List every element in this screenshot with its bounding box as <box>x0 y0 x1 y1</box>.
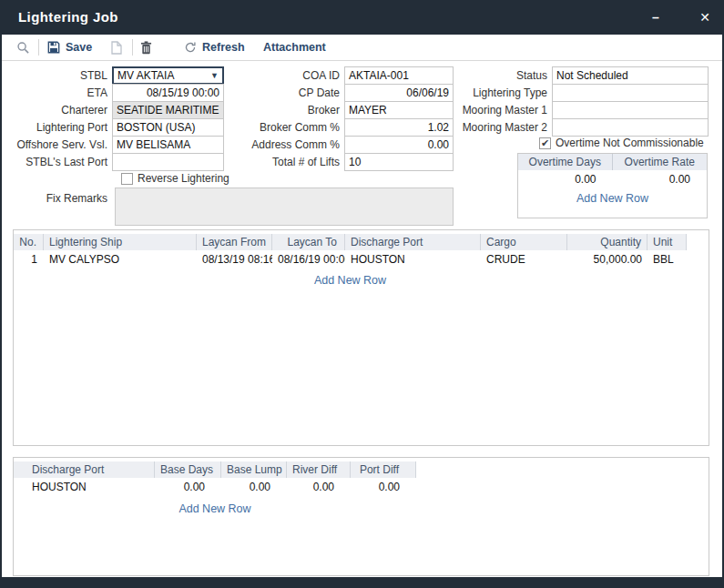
cp-date-label: CP Date <box>235 84 344 102</box>
col-header-discharge-port: Discharge Port <box>14 461 155 478</box>
status-field[interactable]: Not Scheduled <box>552 66 709 85</box>
lightering-type-field[interactable] <box>552 84 709 102</box>
window-title: Lightering Job <box>18 0 118 35</box>
window-bottom-border <box>0 577 724 588</box>
stbls-last-port-field[interactable] <box>112 153 224 171</box>
charterer-field[interactable]: SEATIDE MARITIME <box>112 101 224 119</box>
discharge-add-new-row-link[interactable]: Add New Row <box>178 502 250 515</box>
cell-base-lump[interactable]: 0.00 <box>221 481 287 493</box>
cp-date-field[interactable]: 06/06/19 <box>344 84 454 102</box>
broker-comm-label: Broker Comm % <box>235 118 344 137</box>
new-document-button[interactable] <box>111 35 122 60</box>
refresh-icon <box>184 41 197 54</box>
cell-quantity[interactable]: 50,000.00 <box>567 253 648 266</box>
col-header-lightering-ship: Lightering Ship <box>44 234 197 250</box>
chevron-down-icon: ▼ <box>210 71 219 80</box>
col-header-cargo: Cargo <box>481 234 567 250</box>
trash-icon <box>140 41 152 55</box>
coa-id-field[interactable]: AKTAIA-001 <box>344 66 454 85</box>
search-button[interactable] <box>16 35 30 60</box>
lifts-grid-header: No. Lightering Ship Laycan From Laycan T… <box>14 234 709 250</box>
delete-button[interactable] <box>140 35 152 60</box>
reverse-lightering-checkbox[interactable] <box>121 173 133 185</box>
cell-laycan-from[interactable]: 08/13/19 08:16 <box>197 253 272 266</box>
stbl-value: MV AKTAIA <box>117 69 174 82</box>
overtime-days-cell[interactable]: 0.00 <box>518 173 613 186</box>
cell-base-days[interactable]: 0.00 <box>155 481 221 493</box>
cell-no[interactable]: 1 <box>14 253 44 266</box>
lightering-port-field[interactable]: BOSTON (USA) <box>112 118 224 137</box>
overtime-add-new-row-link[interactable]: Add New Row <box>576 192 648 205</box>
col-header-laycan-from: Laycan From <box>197 234 272 250</box>
address-comm-field[interactable]: 0.00 <box>344 136 454 154</box>
lifts-table-row[interactable]: 1 MV CALYPSO 08/13/19 08:16 08/16/19 00:… <box>14 251 709 268</box>
col-header-unit: Unit <box>648 234 687 250</box>
discharge-table-row[interactable]: HOUSTON 0.00 0.00 0.00 0.00 <box>14 479 709 495</box>
mooring-master-2-label: Mooring Master 2 <box>461 118 552 137</box>
discharge-grid-panel: Discharge Port Base Days Base Lump River… <box>13 457 709 576</box>
cell-lightering-ship[interactable]: MV CALYPSO <box>44 253 197 266</box>
overtime-not-commissionable-label: Overtime Not Commissionable <box>556 137 704 149</box>
stbls-last-port-label: STBL's Last Port <box>9 153 112 171</box>
stbl-label: STBL <box>9 66 112 85</box>
col-header-discharge-port: Discharge Port <box>345 234 481 250</box>
overtime-rate-header: Overtime Rate <box>613 154 708 170</box>
close-button[interactable]: ✕ <box>691 0 719 35</box>
offshore-serv-vsl-field[interactable]: MV BELISAMA <box>112 136 224 154</box>
broker-comm-field[interactable]: 1.02 <box>344 118 454 137</box>
toolbar: Save Refresh Attachment <box>2 35 722 61</box>
attachment-button[interactable]: Attachment <box>263 35 326 60</box>
window-left-border <box>0 0 2 588</box>
cell-river-diff[interactable]: 0.00 <box>287 481 351 493</box>
status-label: Status <box>461 66 552 85</box>
overtime-table: Overtime Days Overtime Rate 0.00 0.00 Ad… <box>517 153 708 218</box>
overtime-not-commissionable-checkbox[interactable]: ✔ <box>539 137 551 149</box>
form-column-right: Status Not Scheduled Lightering Type Moo… <box>461 66 709 137</box>
save-button[interactable]: Save <box>47 35 92 60</box>
mooring-master-1-label: Mooring Master 1 <box>461 101 552 119</box>
cell-cargo[interactable]: CRUDE <box>481 253 567 266</box>
lightering-job-window: Lightering Job – ✕ Save Refresh Attachme… <box>0 0 724 588</box>
title-bar: Lightering Job – ✕ <box>0 0 724 35</box>
refresh-button[interactable]: Refresh <box>184 35 245 60</box>
attachment-label: Attachment <box>263 41 326 54</box>
eta-field[interactable]: 08/15/19 00:00 <box>112 84 224 102</box>
toolbar-separator <box>132 39 133 56</box>
mooring-master-2-field[interactable] <box>552 118 709 137</box>
total-lifts-label: Total # of Lifts <box>235 153 344 171</box>
fix-remarks-label: Fix Remarks <box>9 192 112 205</box>
overtime-days-header: Overtime Days <box>518 154 613 170</box>
col-header-no: No. <box>14 234 44 250</box>
offshore-serv-vsl-label: Offshore Serv. Vsl. <box>9 136 112 154</box>
charterer-label: Charterer <box>9 101 112 119</box>
broker-field[interactable]: MAYER <box>344 101 454 119</box>
lightering-port-label: Lightering Port <box>9 118 112 137</box>
refresh-label: Refresh <box>202 41 245 54</box>
fix-remarks-textarea[interactable] <box>115 188 454 226</box>
reverse-lightering-label: Reverse Lightering <box>138 172 229 185</box>
cell-discharge-port[interactable]: HOUSTON <box>14 481 155 493</box>
form-column-left: STBL MV AKTAIA ▼ ETA 08/15/19 00:00 Char… <box>9 66 224 171</box>
col-header-port-diff: Port Diff <box>351 461 416 478</box>
overtime-table-row[interactable]: 0.00 0.00 <box>518 170 707 188</box>
total-lifts-field[interactable]: 10 <box>344 153 454 171</box>
new-document-icon <box>111 41 122 55</box>
cell-unit[interactable]: BBL <box>648 253 687 266</box>
overtime-not-commissionable-row: ✔ Overtime Not Commissionable <box>539 137 704 149</box>
col-header-base-days: Base Days <box>155 461 221 478</box>
col-header-base-lump: Base Lump <box>221 461 287 478</box>
lifts-grid-panel: No. Lightering Ship Laycan From Laycan T… <box>13 229 709 446</box>
cell-laycan-to[interactable]: 08/16/19 00:00 <box>272 253 345 266</box>
lightering-type-label: Lightering Type <box>461 84 552 102</box>
lifts-add-new-row-link[interactable]: Add New Row <box>314 274 386 287</box>
overtime-rate-cell[interactable]: 0.00 <box>613 173 708 186</box>
minimize-button[interactable]: – <box>642 0 669 35</box>
address-comm-label: Address Comm % <box>235 136 344 154</box>
cell-discharge-port[interactable]: HOUSTON <box>345 253 481 266</box>
search-icon <box>16 41 30 55</box>
coa-id-label: COA ID <box>235 66 344 85</box>
cell-port-diff[interactable]: 0.00 <box>351 481 416 493</box>
discharge-grid-header: Discharge Port Base Days Base Lump River… <box>14 461 709 478</box>
stbl-select[interactable]: MV AKTAIA ▼ <box>112 66 224 85</box>
mooring-master-1-field[interactable] <box>552 101 709 119</box>
